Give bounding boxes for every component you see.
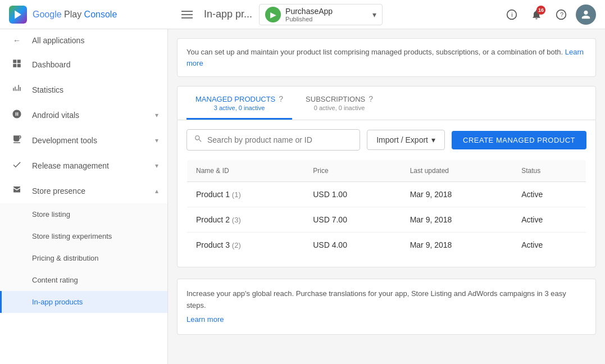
android-vitals-icon (11, 109, 23, 121)
info-button[interactable]: i (502, 4, 522, 25)
cell-price: USD 7.00 (304, 207, 401, 233)
cell-name-id: Product 1 (1) (187, 182, 304, 207)
subscriptions-help-icon[interactable]: ? (369, 94, 373, 103)
product-name: Product 2 (196, 215, 230, 224)
app-status: Published (285, 16, 368, 22)
cell-last-updated: Mar 9, 2018 (401, 233, 512, 258)
tab-managed-products[interactable]: MANAGED PRODUCTS ? 3 active, 0 inactive (186, 87, 292, 120)
col-name-id: Name & ID (187, 160, 304, 182)
app-info: PurchaseApp Published (285, 7, 368, 22)
svg-rect-10 (13, 64, 16, 67)
sidebar-item-android-vitals[interactable]: Android vitals ▾ (0, 102, 167, 128)
cell-name-id: Product 3 (2) (187, 233, 304, 258)
topbar: Google Play Console In-app pr... ▶ Purch… (0, 0, 605, 29)
cell-price: USD 1.00 (304, 182, 401, 207)
sidebar-item-store-listing[interactable]: Store listing (0, 203, 167, 225)
search-box (186, 129, 360, 151)
table-row[interactable]: Product 3 (2) USD 4.00 Mar 9, 2018 Activ… (187, 233, 586, 258)
status-badge: Active (521, 215, 543, 224)
layout: ← All applications Dashboard Statistics … (0, 29, 605, 364)
import-export-button[interactable]: Import / Export ▾ (367, 130, 445, 150)
logo-text: Google Play Console (33, 10, 117, 20)
topbar-center: In-app pr... ▶ PurchaseApp Published ▾ (177, 4, 502, 25)
product-name: Product 1 (196, 190, 230, 199)
store-presence-icon (11, 185, 23, 197)
sidebar: ← All applications Dashboard Statistics … (0, 29, 168, 364)
managed-products-help-icon[interactable]: ? (279, 94, 283, 103)
svg-rect-2 (181, 14, 193, 15)
back-arrow-icon: ← (11, 36, 23, 45)
table-row[interactable]: Product 1 (1) USD 1.00 Mar 9, 2018 Activ… (187, 182, 586, 207)
expand-icon: ▾ (155, 111, 158, 119)
logo-area: Google Play Console (9, 6, 177, 24)
tabs-header: MANAGED PRODUCTS ? 3 active, 0 inactive … (178, 87, 595, 120)
sidebar-item-store-listing-exp[interactable]: Store listing experiments (0, 225, 167, 247)
sidebar-item-pricing-dist[interactable]: Pricing & distribution (0, 247, 167, 269)
cell-last-updated: Mar 9, 2018 (401, 182, 512, 207)
svg-rect-11 (17, 64, 21, 67)
product-id: (1) (232, 190, 241, 199)
google-play-logo-icon (9, 6, 27, 24)
sidebar-item-all-apps[interactable]: ← All applications (0, 29, 167, 52)
sidebar-item-content-rating[interactable]: Content rating (0, 269, 167, 291)
menu-button[interactable] (177, 4, 197, 25)
svg-marker-0 (15, 10, 21, 19)
promo-learn-more-link[interactable]: Learn more (186, 314, 586, 326)
table-row[interactable]: Product 2 (3) USD 7.00 Mar 9, 2018 Activ… (187, 207, 586, 233)
sidebar-item-in-app-products[interactable]: In-app products (0, 291, 167, 313)
search-icon (194, 134, 203, 145)
status-badge: Active (521, 240, 543, 249)
notifications-button[interactable]: 16 (526, 4, 547, 25)
sidebar-item-dev-tools[interactable]: Development tools ▾ (0, 128, 167, 153)
tab-subscriptions[interactable]: SUBSCRIPTIONS ? 0 active, 0 inactive (297, 87, 382, 120)
svg-rect-9 (17, 60, 21, 63)
sidebar-item-store-presence[interactable]: Store presence ▴ (0, 178, 167, 203)
help-button[interactable]: ? (551, 4, 571, 25)
subscriptions-sub-label: 0 active, 0 inactive (314, 104, 365, 111)
notification-badge: 16 (536, 6, 545, 15)
svg-rect-1 (181, 11, 193, 12)
svg-rect-3 (181, 17, 193, 19)
table-header: Name & ID Price Last updated Status (187, 160, 586, 182)
svg-text:i: i (511, 11, 512, 18)
col-price: Price (304, 160, 401, 182)
sidebar-item-dashboard[interactable]: Dashboard (0, 52, 167, 77)
sidebar-sub-store-presence: Store listing Store listing experiments … (0, 203, 167, 313)
app-name: PurchaseApp (285, 7, 368, 16)
cell-name-id: Product 2 (3) (187, 207, 304, 233)
col-status: Status (512, 160, 586, 182)
collapse-icon: ▴ (155, 187, 158, 195)
app-selector[interactable]: ▶ PurchaseApp Published ▾ (259, 4, 383, 25)
dashboard-icon (11, 58, 23, 70)
product-id: (2) (232, 241, 241, 249)
main-content: You can set up and maintain your product… (168, 29, 605, 364)
create-managed-product-button[interactable]: CREATE MANAGED PRODUCT (452, 131, 586, 149)
promo-section: Increase your app's global reach. Purcha… (177, 279, 596, 335)
sidebar-item-release-mgmt[interactable]: Release management ▾ (0, 153, 167, 178)
svg-text:?: ? (560, 11, 563, 18)
managed-products-sub-label: 3 active, 0 inactive (214, 104, 265, 111)
cell-status: Active (512, 207, 586, 233)
info-banner: You can set up and maintain your product… (177, 38, 596, 77)
expand-icon: ▾ (155, 162, 158, 170)
topbar-actions: i 16 ? (502, 4, 596, 25)
products-tbody: Product 1 (1) USD 1.00 Mar 9, 2018 Activ… (187, 182, 586, 258)
cell-price: USD 4.00 (304, 233, 401, 258)
dev-tools-icon (11, 134, 23, 146)
search-input[interactable] (207, 135, 353, 144)
avatar-button[interactable] (576, 4, 596, 25)
col-last-updated: Last updated (401, 160, 512, 182)
app-icon: ▶ (265, 7, 281, 22)
release-mgmt-icon (11, 160, 23, 171)
cell-last-updated: Mar 9, 2018 (401, 207, 512, 233)
sidebar-item-statistics[interactable]: Statistics (0, 77, 167, 102)
product-id: (3) (232, 216, 241, 224)
tabs-container: MANAGED PRODUCTS ? 3 active, 0 inactive … (177, 86, 596, 267)
cell-status: Active (512, 233, 586, 258)
import-export-chevron-icon: ▾ (431, 135, 435, 144)
page-title: In-app pr... (204, 8, 252, 20)
cell-status: Active (512, 182, 586, 207)
statistics-icon (11, 84, 23, 95)
status-badge: Active (521, 190, 543, 199)
product-name: Product 3 (196, 240, 230, 249)
